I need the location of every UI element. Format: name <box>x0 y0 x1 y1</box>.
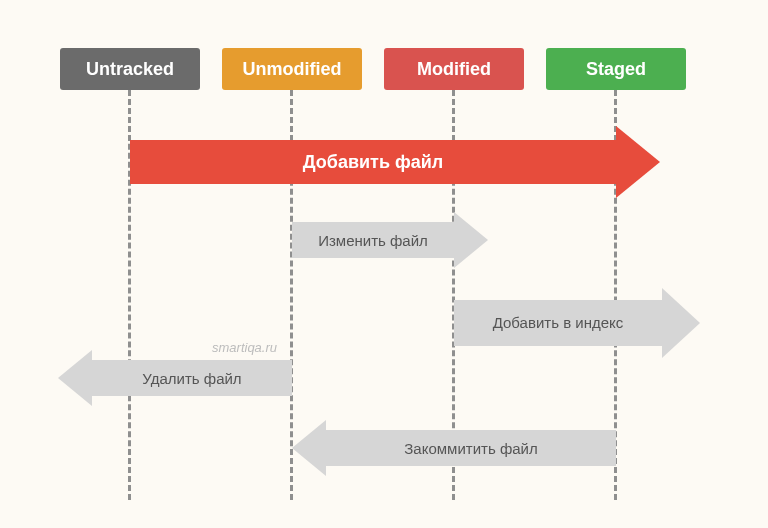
arrowhead-left-icon <box>292 420 326 476</box>
arrow-remove-file: Удалить файл <box>92 360 292 396</box>
arrow-label: Добавить файл <box>303 152 443 173</box>
arrow-label: Удалить файл <box>142 370 241 387</box>
arrow-edit-file: Изменить файл <box>292 222 454 258</box>
arrow-stage-file: Добавить в индекс <box>454 300 662 346</box>
watermark: smartiqa.ru <box>212 340 277 355</box>
stage-unmodified: Unmodified <box>222 48 362 90</box>
arrow-commit-file: Закоммитить файл <box>326 430 616 466</box>
stage-label: Staged <box>586 59 646 80</box>
arrowhead-right-icon <box>454 212 488 268</box>
arrowhead-left-icon <box>58 350 92 406</box>
stage-modified: Modified <box>384 48 524 90</box>
stage-label: Unmodified <box>243 59 342 80</box>
stage-label: Untracked <box>86 59 174 80</box>
arrow-label: Добавить в индекс <box>493 314 624 332</box>
arrow-add-file: Добавить файл <box>130 140 616 184</box>
arrow-label: Закоммитить файл <box>404 440 537 457</box>
arrowhead-right-icon <box>662 288 700 358</box>
stage-untracked: Untracked <box>60 48 200 90</box>
arrow-label: Изменить файл <box>318 232 428 249</box>
arrowhead-right-icon <box>616 126 660 198</box>
stage-staged: Staged <box>546 48 686 90</box>
stage-label: Modified <box>417 59 491 80</box>
